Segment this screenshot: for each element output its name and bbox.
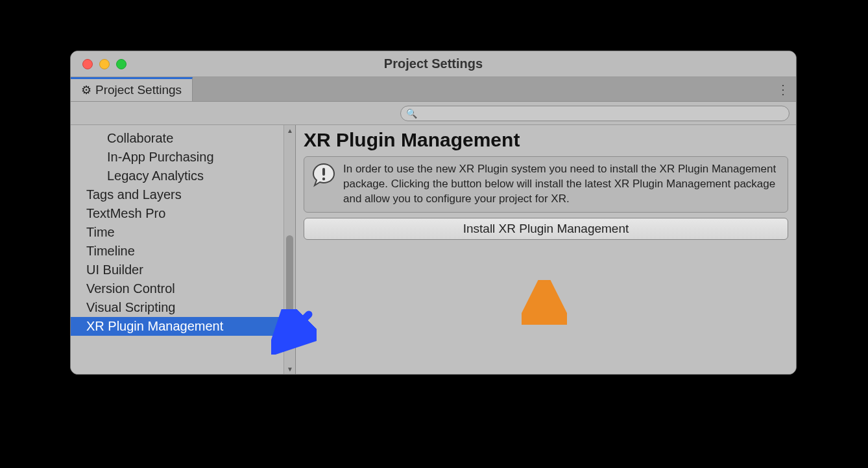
window-title: Project Settings bbox=[71, 56, 796, 71]
minimize-window-button[interactable] bbox=[99, 59, 110, 69]
tab-options-button[interactable]: ⋮ bbox=[770, 77, 796, 101]
window-controls bbox=[71, 59, 127, 69]
settings-main-panel: XR Plugin Management In order to use the… bbox=[296, 125, 796, 374]
sidebar-list: Collaborate In-App Purchasing Legacy Ana… bbox=[71, 125, 295, 336]
info-icon bbox=[311, 162, 337, 191]
scroll-down-icon[interactable]: ▼ bbox=[286, 365, 294, 373]
sidebar-item-xr-plugin-management[interactable]: XR Plugin Management bbox=[71, 317, 295, 336]
sidebar-item-legacy-analytics[interactable]: Legacy Analytics bbox=[71, 167, 295, 185]
search-box[interactable]: 🔍 bbox=[400, 106, 790, 121]
tab-project-settings[interactable]: ⚙ Project Settings bbox=[71, 77, 193, 101]
project-settings-window: Project Settings ⚙ Project Settings ⋮ 🔍 … bbox=[70, 51, 797, 375]
tab-bar: ⚙ Project Settings ⋮ bbox=[71, 77, 796, 102]
sidebar-item-textmesh-pro[interactable]: TextMesh Pro bbox=[71, 204, 295, 223]
sidebar-item-visual-scripting[interactable]: Visual Scripting bbox=[71, 298, 295, 317]
sidebar-item-collaborate[interactable]: Collaborate bbox=[71, 129, 295, 148]
svg-rect-0 bbox=[322, 168, 325, 176]
window-titlebar: Project Settings bbox=[71, 51, 796, 77]
info-box: In order to use the new XR Plugin system… bbox=[304, 156, 788, 213]
sidebar-item-ui-builder[interactable]: UI Builder bbox=[71, 261, 295, 279]
kebab-icon: ⋮ bbox=[777, 82, 790, 97]
sidebar-item-version-control[interactable]: Version Control bbox=[71, 279, 295, 298]
install-xr-plugin-button[interactable]: Install XR Plugin Management bbox=[304, 218, 788, 240]
sidebar-item-timeline[interactable]: Timeline bbox=[71, 242, 295, 261]
sidebar-scrollbar[interactable]: ▲ ▼ bbox=[283, 125, 295, 374]
search-input[interactable] bbox=[420, 108, 784, 119]
settings-sidebar: Collaborate In-App Purchasing Legacy Ana… bbox=[71, 125, 296, 374]
panel-heading: XR Plugin Management bbox=[304, 129, 788, 151]
sidebar-item-time[interactable]: Time bbox=[71, 223, 295, 242]
svg-point-1 bbox=[322, 178, 325, 180]
tab-label: Project Settings bbox=[95, 83, 182, 97]
info-text: In order to use the new XR Plugin system… bbox=[343, 162, 781, 207]
gear-icon: ⚙ bbox=[81, 83, 91, 97]
search-row: 🔍 bbox=[71, 102, 796, 125]
search-icon: 🔍 bbox=[406, 108, 417, 119]
sidebar-item-tags-and-layers[interactable]: Tags and Layers bbox=[71, 185, 295, 204]
maximize-window-button[interactable] bbox=[116, 59, 127, 69]
settings-body: Collaborate In-App Purchasing Legacy Ana… bbox=[71, 125, 796, 374]
close-window-button[interactable] bbox=[82, 59, 93, 69]
sidebar-item-in-app-purchasing[interactable]: In-App Purchasing bbox=[71, 148, 295, 167]
scrollbar-thumb[interactable] bbox=[286, 235, 293, 333]
scroll-up-icon[interactable]: ▲ bbox=[286, 126, 294, 134]
